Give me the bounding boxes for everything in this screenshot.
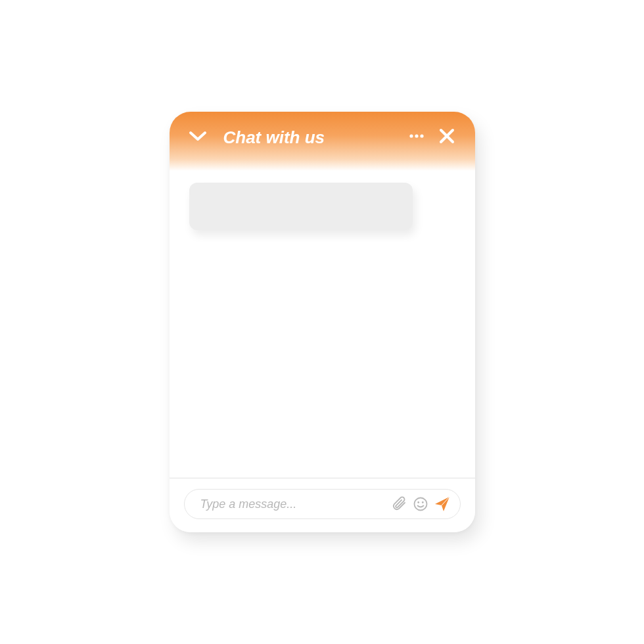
svg-point-2 <box>420 134 423 137</box>
close-icon[interactable] <box>437 126 457 146</box>
chat-widget: Chat with us <box>170 112 475 532</box>
more-icon[interactable] <box>407 126 426 146</box>
svg-point-6 <box>417 501 419 503</box>
emoji-icon[interactable] <box>413 496 428 512</box>
svg-point-7 <box>421 501 423 503</box>
message-input-container <box>184 489 461 519</box>
message-input[interactable] <box>200 497 386 511</box>
collapse-icon[interactable] <box>188 126 208 146</box>
chat-footer <box>170 478 475 532</box>
svg-point-5 <box>414 498 426 511</box>
chat-header: Chat with us <box>170 112 475 171</box>
attachment-icon[interactable] <box>392 496 407 512</box>
send-icon[interactable] <box>434 495 451 513</box>
chat-title: Chat with us <box>218 126 331 148</box>
svg-point-1 <box>415 134 418 137</box>
message-bubble <box>189 183 413 230</box>
svg-point-0 <box>409 134 413 137</box>
chat-body <box>170 171 475 478</box>
